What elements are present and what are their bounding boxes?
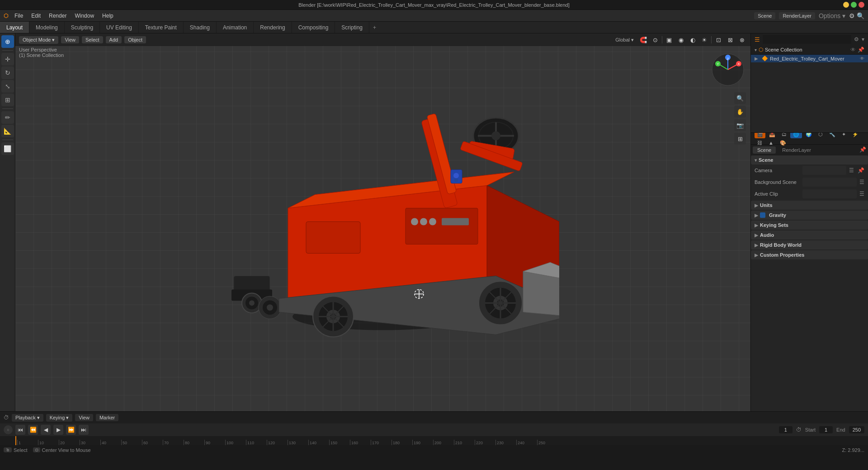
jump-to-end-button[interactable]: ⏭ — [79, 425, 89, 435]
camera-pin-icon[interactable]: 📌 — [858, 167, 864, 174]
end-frame-input[interactable]: 250 — [849, 426, 864, 433]
gravity-section-header[interactable]: ▶ Gravity — [751, 211, 868, 220]
tab-layout[interactable]: Layout — [0, 22, 29, 33]
outliner-options-icon[interactable]: ▾ — [862, 36, 864, 42]
prop-tab-physics[interactable]: ⚡ — [849, 133, 861, 138]
bg-scene-icon[interactable]: ☰ — [859, 179, 864, 185]
item-visibility[interactable]: 👁 — [860, 56, 864, 61]
scene-collection-expand[interactable]: ▾ — [755, 47, 757, 52]
tab-uv-editing[interactable]: UV Editing — [100, 22, 139, 33]
outliner-search[interactable] — [763, 35, 851, 44]
add-menu[interactable]: Add — [106, 36, 122, 43]
pin-icon[interactable]: 📌 — [859, 146, 866, 154]
marker-menu[interactable]: Marker — [96, 414, 118, 421]
tab-shading[interactable]: Shading — [184, 22, 217, 33]
scene-section-header[interactable]: ▾ Scene — [751, 155, 868, 164]
timeline-ruler[interactable]: 1 10 20 30 40 50 60 70 80 90 100 110 120… — [0, 436, 868, 445]
wireframe-view-button[interactable]: ▣ — [664, 35, 674, 45]
menu-edit[interactable]: Edit — [28, 12, 44, 20]
prop-tab-object[interactable]: ⬡ — [816, 133, 826, 138]
playback-menu[interactable]: Playback▾ — [12, 414, 43, 422]
display-settings-button[interactable]: ⊞ — [734, 133, 746, 145]
renderlayer-selector[interactable]: RenderLayer — [779, 12, 815, 19]
solid-view-button active[interactable]: ◉ — [676, 35, 686, 45]
material-preview-button[interactable]: ◐ — [688, 35, 698, 45]
current-frame-display[interactable]: 1 — [779, 426, 793, 433]
play-reverse-button[interactable]: ◀ — [41, 425, 51, 435]
axis-gizmo[interactable]: Z X Y — [710, 52, 746, 88]
camera-view-button[interactable]: 📷 — [734, 119, 746, 131]
tab-animation[interactable]: Animation — [217, 22, 254, 33]
overlay-button[interactable]: ⊡ — [713, 35, 723, 45]
outliner-filter-icon[interactable]: ⚙ — [854, 36, 859, 42]
tab-rendering[interactable]: Rendering — [254, 22, 292, 33]
rendered-view-button[interactable]: ☀ — [699, 35, 709, 45]
keying-sets-header[interactable]: ▶ Keying Sets — [751, 221, 868, 230]
cursor-tool[interactable]: ⊕ — [1, 35, 14, 48]
camera-browse-icon[interactable]: ☰ — [849, 167, 854, 174]
xray-button[interactable]: ⊠ — [725, 35, 735, 45]
gravity-checkbox[interactable] — [760, 212, 765, 218]
move-tool[interactable]: ✛ — [1, 53, 14, 66]
object-menu[interactable]: Object — [124, 36, 146, 43]
rigid-body-header[interactable]: ▶ Rigid Body World — [751, 240, 868, 249]
viewport[interactable]: Object Mode ▾ View Select Add Object Glo… — [15, 33, 750, 411]
scale-tool[interactable]: ⤡ — [1, 80, 14, 93]
next-keyframe-button[interactable]: ⏩ — [66, 425, 76, 435]
minimize-button[interactable] — [843, 2, 849, 8]
prop-tab-material[interactable]: 🎨 — [777, 139, 789, 147]
scene-selector[interactable]: Scene — [754, 12, 775, 19]
camera-value[interactable] — [802, 166, 846, 175]
view-menu-timeline[interactable]: View — [75, 414, 93, 421]
menu-file[interactable]: File — [11, 12, 27, 20]
prev-keyframe-button[interactable]: ⏪ — [28, 425, 38, 435]
prop-tab-particles[interactable]: ✦ — [839, 133, 849, 138]
options-label[interactable]: Options ▾ — [819, 12, 845, 19]
prop-tab-render[interactable]: 🎬 — [755, 133, 765, 138]
hand-tool-button[interactable]: ✋ — [734, 106, 746, 118]
rotate-tool[interactable]: ↻ — [1, 66, 14, 79]
jump-to-start-button[interactable]: ⏮ — [15, 425, 25, 435]
maximize-button[interactable] — [851, 2, 857, 8]
tab-sculpting[interactable]: Sculpting — [65, 22, 100, 33]
tab-modeling[interactable]: Modeling — [29, 22, 65, 33]
prop-tab-data[interactable]: ▲ — [766, 139, 776, 146]
add-object-tool[interactable]: ⬜ — [1, 142, 14, 155]
prop-tab-constraints[interactable]: ⛓ — [755, 139, 765, 146]
prop-tab-output[interactable]: 📤 — [766, 133, 778, 138]
prop-tab-world[interactable]: 🌍 — [803, 133, 815, 138]
item-expand-icon[interactable]: ▶ — [755, 56, 760, 61]
audio-section-header[interactable]: ▶ Audio — [751, 230, 868, 240]
scene-tab[interactable]: Scene — [753, 146, 776, 154]
measure-tool[interactable]: 📐 — [1, 125, 14, 137]
tab-scripting[interactable]: Scripting — [335, 22, 369, 33]
tab-compositing[interactable]: Compositing — [292, 22, 335, 33]
object-mode-dropdown[interactable]: Object Mode ▾ — [19, 36, 58, 44]
snap-button[interactable]: 🧲 — [638, 35, 648, 45]
tab-texture-paint[interactable]: Texture Paint — [139, 22, 184, 33]
start-frame-input[interactable]: 1 — [819, 426, 833, 433]
menu-render[interactable]: Render — [45, 12, 70, 20]
prop-tab-scene[interactable]: 🌐 — [790, 133, 802, 138]
menu-window[interactable]: Window — [71, 12, 98, 20]
menu-help[interactable]: Help — [99, 12, 117, 20]
global-dropdown[interactable]: Global ▾ — [615, 37, 634, 43]
outliner-pin-icon[interactable]: 📌 — [858, 47, 864, 53]
custom-props-header[interactable]: ▶ Custom Properties — [751, 250, 868, 259]
zoom-in-button[interactable]: 🔍 — [734, 92, 746, 104]
blender-logo[interactable]: ⬡ — [4, 13, 8, 19]
renderlayer-tab[interactable]: RenderLayer — [778, 146, 816, 154]
prop-tab-modifier[interactable]: 🔧 — [826, 133, 838, 138]
gizmo-button[interactable]: ⊗ — [737, 35, 747, 45]
add-workspace-button[interactable]: + — [369, 23, 380, 33]
outliner-visibility-icon[interactable]: 👁 — [850, 47, 856, 53]
active-clip-icon[interactable]: ☰ — [859, 191, 864, 197]
transform-tool[interactable]: ⊞ — [1, 94, 14, 106]
prop-tab-view-layer[interactable]: 🗂 — [779, 133, 789, 138]
active-clip-value[interactable] — [802, 189, 857, 198]
bg-scene-value[interactable] — [802, 178, 857, 187]
close-button[interactable] — [859, 2, 864, 8]
outliner-item-trolley[interactable]: ▶ 🔶 Red_Electric_Trolley_Cart_Mover 👁 — [751, 55, 868, 62]
proportional-edit-button[interactable]: ⊙ — [650, 35, 660, 45]
units-section-header[interactable]: ▶ Units — [751, 201, 868, 210]
